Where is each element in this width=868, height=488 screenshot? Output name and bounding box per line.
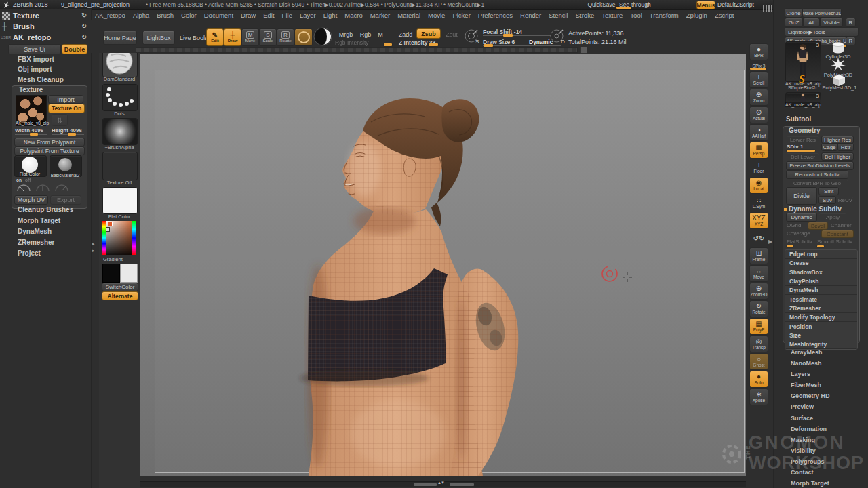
- shelf-icon-button[interactable]: ▦ Persp: [749, 142, 768, 159]
- left-tray-resize-arrow[interactable]: ▸: [92, 241, 95, 247]
- shelf-icon-button[interactable]: ◑ AAHalf: [749, 124, 768, 141]
- shelf-icon-button[interactable]: + Scroll: [749, 71, 768, 88]
- current-brush-button[interactable]: [294, 28, 313, 46]
- tool-section-header[interactable]: Visibility: [791, 445, 830, 456]
- menu-item[interactable]: Stroke: [576, 12, 594, 19]
- right-tray-resize-arrow[interactable]: ▶: [768, 239, 772, 245]
- alpha-thumb[interactable]: [102, 118, 138, 145]
- subtool-section[interactable]: Subtool: [786, 115, 811, 123]
- dial-2[interactable]: [35, 183, 50, 192]
- tool-section-header[interactable]: Surface: [791, 413, 830, 424]
- fbx-import-button[interactable]: FBX import: [18, 56, 54, 63]
- lower-res-button[interactable]: Lower Res: [786, 136, 820, 144]
- goz-visible-button[interactable]: Visible: [820, 18, 843, 27]
- suv-button[interactable]: Suv: [818, 196, 836, 204]
- smt-button[interactable]: Smt: [818, 187, 839, 195]
- polymesh3d-star-icon[interactable]: [831, 58, 846, 72]
- del-higher-button[interactable]: Del Higher: [821, 152, 854, 161]
- shelf-icon-button[interactable]: XYZ XYZ: [749, 212, 768, 229]
- save-ui-button[interactable]: Save Ui: [8, 44, 61, 54]
- left-tray-section-button[interactable]: ZRemesher: [18, 237, 73, 248]
- tray-toggle-left-icon[interactable]: [763, 2, 772, 14]
- shelf-icon-button[interactable]: ⊕ Zoom3D: [749, 283, 768, 300]
- menu-item[interactable]: Marker: [370, 12, 391, 19]
- menu-item[interactable]: Alpha: [133, 12, 149, 19]
- menu-item[interactable]: Layer: [300, 12, 316, 19]
- width-slider-knob[interactable]: [30, 133, 38, 136]
- m-button[interactable]: M: [374, 30, 387, 39]
- geometry-subsection-row[interactable]: Position: [785, 322, 857, 331]
- clone-button[interactable]: Clone: [785, 8, 802, 18]
- refresh-icon[interactable]: ↻: [81, 22, 87, 30]
- menu-item[interactable]: File: [282, 12, 292, 19]
- sdiv-slider[interactable]: SDiv 1: [787, 144, 803, 150]
- dynamic-subdiv-title[interactable]: Dynamic Subdiv: [789, 205, 842, 213]
- color-swatch-thumb[interactable]: [102, 187, 138, 214]
- menu-item[interactable]: AK_retopo: [95, 12, 125, 19]
- tray-header-brush[interactable]: Brush: [13, 22, 35, 30]
- menu-item[interactable]: Tool: [630, 12, 642, 19]
- lightbox-button[interactable]: LightBox: [142, 30, 175, 45]
- cage-button[interactable]: Cage: [821, 143, 837, 151]
- rgb-intensity-knob[interactable]: [384, 43, 392, 46]
- switch-color-black[interactable]: [102, 264, 120, 283]
- tool-section-header[interactable]: Preview: [791, 401, 830, 412]
- sculpt-model[interactable]: [140, 54, 746, 476]
- tool-section-header[interactable]: Polygroups: [791, 456, 830, 467]
- shelf-divider-bar[interactable]: [136, 47, 578, 53]
- shelf-icon-button[interactable]: ↺↻: [749, 230, 768, 247]
- active-tool-r-button[interactable]: R: [846, 37, 856, 45]
- shelf-icon-button[interactable]: ⊥ Floor: [749, 159, 768, 176]
- menu-item[interactable]: Transform: [650, 12, 679, 19]
- flip-v-button[interactable]: ⇅: [52, 114, 68, 126]
- double-button[interactable]: Double: [62, 44, 87, 54]
- texture-panel-title[interactable]: Texture: [19, 86, 43, 94]
- constant-button[interactable]: Constant: [821, 230, 854, 238]
- tool-section-header[interactable]: Geometry HD: [791, 390, 830, 401]
- texture-off-thumb[interactable]: [102, 152, 138, 180]
- shelf-icon-button[interactable]: ⊕ Zoom: [749, 89, 768, 106]
- goz-r-button[interactable]: R: [846, 18, 856, 27]
- tool-section-header[interactable]: NanoMesh: [791, 358, 830, 369]
- lightbox-tools-button[interactable]: Lightbox▶Tools: [785, 27, 859, 37]
- mesh-cleanup-button[interactable]: Mesh Cleanup: [18, 76, 64, 83]
- coverage-slider[interactable]: Coverage: [787, 230, 810, 237]
- flat-subdiv-knob[interactable]: [787, 245, 793, 247]
- quicksave-button[interactable]: QuickSave: [587, 1, 616, 8]
- menu-item[interactable]: Zscript: [715, 12, 734, 19]
- shelf-icon-button[interactable]: ○ Ghost: [749, 353, 768, 370]
- stroke-thumb[interactable]: [102, 84, 138, 111]
- menu-item[interactable]: Brush: [157, 12, 174, 19]
- polypaint-from-texture-button[interactable]: Polypaint From Texture: [14, 146, 85, 155]
- shelf-icon-button[interactable]: ⊙ Actual: [749, 106, 768, 123]
- menu-item[interactable]: Draw: [241, 12, 256, 19]
- alternate-button[interactable]: Alternate: [102, 291, 138, 300]
- export-texture-button[interactable]: Export: [50, 195, 81, 205]
- color-picker[interactable]: [102, 221, 136, 255]
- reconstruct-subdiv-button[interactable]: Reconstruct Subdiv: [786, 170, 848, 179]
- divide-button[interactable]: Divide: [786, 187, 817, 205]
- dial-3[interactable]: [54, 183, 69, 192]
- shelf-icon-button[interactable]: ∗ Xpose: [749, 388, 768, 405]
- height-slider[interactable]: Height 4096: [52, 127, 82, 134]
- shelf-icon-button[interactable]: ● Solo: [749, 371, 768, 388]
- shelf-icon-button[interactable]: ∷ L.Sym: [749, 195, 768, 211]
- switch-color-white[interactable]: [120, 264, 138, 283]
- refresh-icon[interactable]: ↻: [81, 12, 87, 19]
- sdiv-knob[interactable]: [787, 150, 815, 152]
- move-button[interactable]: M Move: [241, 28, 259, 46]
- menu-item[interactable]: Light: [323, 12, 338, 19]
- simplebrush-icon[interactable]: S: [799, 73, 805, 85]
- menu-item[interactable]: Edit: [263, 12, 274, 19]
- see-through-slider[interactable]: [616, 7, 631, 9]
- height-slider-knob[interactable]: [68, 133, 76, 136]
- home-page-button[interactable]: Home Page: [103, 30, 137, 45]
- geometry-subsection-row[interactable]: EdgeLoop: [785, 250, 857, 259]
- convert-bpr-button[interactable]: Convert BPR To Geo: [786, 179, 848, 187]
- dial-1[interactable]: [16, 183, 31, 192]
- menu-item[interactable]: Zplugin: [686, 12, 707, 19]
- flat-subdiv-slider[interactable]: FlatSubdiv: [787, 239, 812, 245]
- goz-button[interactable]: GoZ: [785, 18, 803, 27]
- tool-section-header[interactable]: FiberMesh: [791, 380, 830, 390]
- shelf-icon-button[interactable]: ◉ Local: [749, 177, 768, 194]
